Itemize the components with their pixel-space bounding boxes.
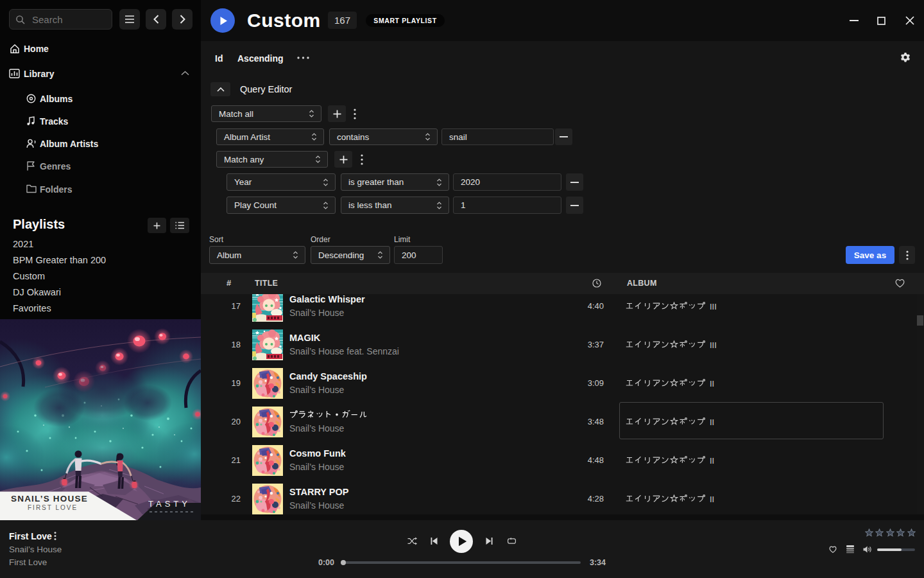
svg-text:SNAIL’S HOUSE: SNAIL’S HOUSE (11, 494, 88, 504)
svg-text:TASTY: TASTY (148, 499, 191, 509)
svg-text:FIRST LOVE: FIRST LOVE (28, 504, 78, 511)
